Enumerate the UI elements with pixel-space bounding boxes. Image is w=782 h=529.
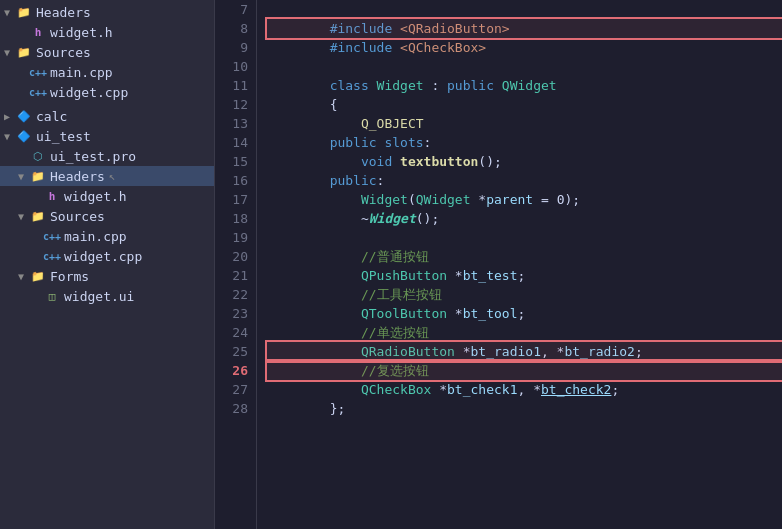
line-num-16: 16	[215, 171, 248, 190]
folder-icon-headers2: 📁	[30, 168, 46, 184]
tree-item-forms[interactable]: ▼ 📁 Forms	[0, 266, 214, 286]
folder-icon-sources1: 📁	[16, 44, 32, 60]
cpp-icon-main-cpp2: c++	[44, 228, 60, 244]
tree-label-sources2: Sources	[50, 209, 105, 224]
code-line-11: {	[267, 76, 782, 95]
code-line-21: //工具栏按钮	[267, 266, 782, 285]
code-line-28	[267, 399, 782, 418]
folder-icon-ui-test: 🔷	[16, 128, 32, 144]
tree-item-widget-h1[interactable]: h widget.h	[0, 22, 214, 42]
tree-item-widget-cpp1[interactable]: c++ widget.cpp	[0, 82, 214, 102]
tree-item-ui-test[interactable]: ▼ 🔷 ui_test	[0, 126, 214, 146]
line-num-15: 15	[215, 152, 248, 171]
tree-arrow-sources2: ▼	[18, 211, 30, 222]
tree-arrow-calc: ▶	[4, 111, 16, 122]
line-num-10: 10	[215, 57, 248, 76]
line-num-28: 28	[215, 399, 248, 418]
line-num-24: 24	[215, 323, 248, 342]
line-num-13: 13	[215, 114, 248, 133]
line-num-8: 8	[215, 19, 248, 38]
pro-icon-ui-test-pro: ⬡	[30, 148, 46, 164]
code-line-10: class Widget : public QWidget	[267, 57, 782, 76]
tree-arrow-forms: ▼	[18, 271, 30, 282]
tree-item-headers1[interactable]: ▼ 📁 Headers	[0, 2, 214, 22]
code-line-7: #include <QRadioButton>	[267, 0, 782, 19]
code-line-13: public slots:	[267, 114, 782, 133]
tree-label-main-cpp2: main.cpp	[64, 229, 127, 244]
folder-icon-calc: 🔷	[16, 108, 32, 124]
code-editor: 7 8 9 10 11 12 13 14 15 16 17 18 19 20 2…	[215, 0, 782, 529]
code-line-18	[267, 209, 782, 228]
tree-label-main-cpp1: main.cpp	[50, 65, 113, 80]
line-num-19: 19	[215, 228, 248, 247]
tree-label-widget-cpp2: widget.cpp	[64, 249, 142, 264]
tree-label-calc: calc	[36, 109, 67, 124]
code-line-8: #include <QCheckBox>	[267, 19, 782, 38]
code-line-17: ~Widget();	[267, 190, 782, 209]
line-numbers: 7 8 9 10 11 12 13 14 15 16 17 18 19 20 2…	[215, 0, 257, 529]
line-num-20: 20	[215, 247, 248, 266]
line-num-26: 26	[215, 361, 248, 380]
code-line-22: QToolButton *bt_tool;	[267, 285, 782, 304]
line-num-9: 9	[215, 38, 248, 57]
tree-item-widget-ui[interactable]: ◫ widget.ui	[0, 286, 214, 306]
line-num-25: 25	[215, 342, 248, 361]
line-num-27: 27	[215, 380, 248, 399]
folder-icon-sources2: 📁	[30, 208, 46, 224]
h-icon-widget-h2: h	[44, 188, 60, 204]
tree-label-widget-h1: widget.h	[50, 25, 113, 40]
tree-item-sources2[interactable]: ▼ 📁 Sources	[0, 206, 214, 226]
tree-label-widget-h2: widget.h	[64, 189, 127, 204]
tree-label-sources1: Sources	[36, 45, 91, 60]
code-line-19: //普通按钮	[267, 228, 782, 247]
file-tree-sidebar: ▼ 📁 Headers h widget.h ▼ 📁 Sources c++ m…	[0, 0, 215, 529]
line-num-7: 7	[215, 0, 248, 19]
tree-label-ui-test-pro: ui_test.pro	[50, 149, 136, 164]
code-lines[interactable]: #include <QRadioButton> #include <QCheck…	[257, 0, 782, 529]
tree-label-widget-cpp1: widget.cpp	[50, 85, 128, 100]
tree-item-main-cpp2[interactable]: c++ main.cpp	[0, 226, 214, 246]
code-line-14: void textbutton();	[267, 133, 782, 152]
code-line-20: QPushButton *bt_test;	[267, 247, 782, 266]
line-num-14: 14	[215, 133, 248, 152]
tree-item-widget-cpp2[interactable]: c++ widget.cpp	[0, 246, 214, 266]
h-icon-widget-h1: h	[30, 24, 46, 40]
code-line-27: };	[267, 380, 782, 399]
tree-item-sources1[interactable]: ▼ 📁 Sources	[0, 42, 214, 62]
line-num-11: 11	[215, 76, 248, 95]
cpp-icon-main-cpp1: c++	[30, 64, 46, 80]
tree-arrow-ui-test: ▼	[4, 131, 16, 142]
code-line-25: //复选按钮	[267, 342, 782, 361]
tree-item-ui-test-pro[interactable]: ⬡ ui_test.pro	[0, 146, 214, 166]
line-num-17: 17	[215, 190, 248, 209]
line-num-18: 18	[215, 209, 248, 228]
cpp-icon-widget-cpp2: c++	[44, 248, 60, 264]
tree-label-headers1: Headers	[36, 5, 91, 20]
tree-item-calc[interactable]: ▶ 🔷 calc	[0, 106, 214, 126]
cpp-icon-widget-cpp1: c++	[30, 84, 46, 100]
line-num-12: 12	[215, 95, 248, 114]
tree-label-ui-test: ui_test	[36, 129, 91, 144]
tree-item-main-cpp1[interactable]: c++ main.cpp	[0, 62, 214, 82]
tree-arrow-headers2: ▼	[18, 171, 30, 182]
code-line-26: QCheckBox *bt_check1, *bt_check2;	[267, 361, 782, 380]
line-num-21: 21	[215, 266, 248, 285]
tree-arrow-headers1: ▼	[4, 7, 16, 18]
ui-icon-widget-ui: ◫	[44, 288, 60, 304]
cursor-icon: ↖	[109, 170, 116, 183]
tree-label-forms: Forms	[50, 269, 89, 284]
tree-item-headers2[interactable]: ▼ 📁 Headers ↖	[0, 166, 214, 186]
code-line-16: Widget(QWidget *parent = 0);	[267, 171, 782, 190]
line-num-22: 22	[215, 285, 248, 304]
folder-icon-forms: 📁	[30, 268, 46, 284]
code-line-9	[267, 38, 782, 57]
code-line-23: //单选按钮	[267, 304, 782, 323]
code-line-12: Q_OBJECT	[267, 95, 782, 114]
tree-label-widget-ui: widget.ui	[64, 289, 134, 304]
tree-label-headers2: Headers	[50, 169, 105, 184]
code-line-15: public:	[267, 152, 782, 171]
code-line-24: QRadioButton *bt_radio1, *bt_radio2;	[267, 323, 782, 342]
tree-item-widget-h2[interactable]: h widget.h	[0, 186, 214, 206]
folder-icon-headers1: 📁	[16, 4, 32, 20]
tree-arrow-sources1: ▼	[4, 47, 16, 58]
